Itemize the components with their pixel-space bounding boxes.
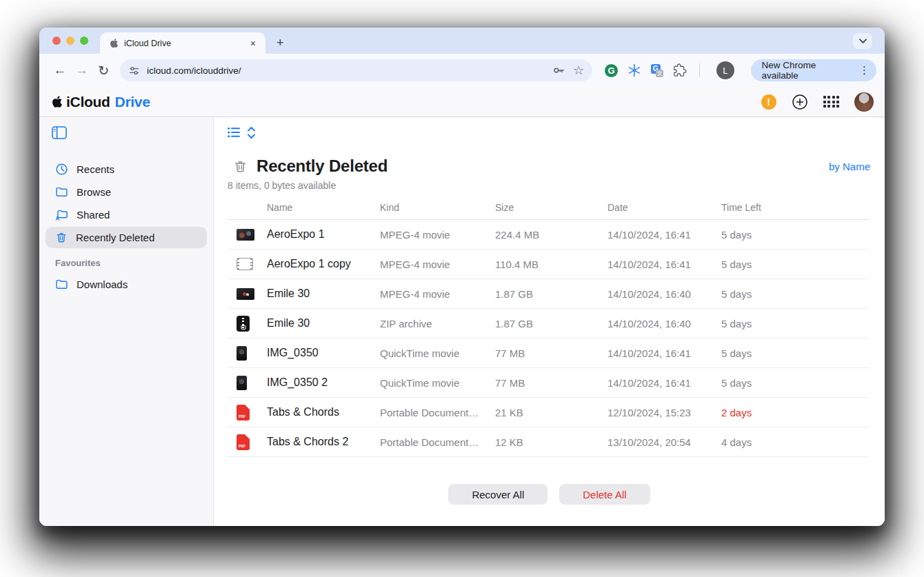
tab-title: iCloud Drive [124, 39, 242, 48]
recover-all-button[interactable]: Recover All [448, 484, 548, 505]
file-kind: ZIP archive [380, 318, 495, 330]
new-tab-button[interactable]: + [272, 36, 288, 50]
sidebar-item-label: Downloads [77, 279, 128, 290]
file-name[interactable]: Emile 30 [267, 287, 380, 300]
table-row[interactable]: Emile 30 ZIP archive 1.87 GB 14/10/2024,… [228, 309, 869, 338]
sidebar: Recents Browse Shared Recently Deleted F… [39, 117, 214, 526]
file-time-left: 5 days [721, 229, 869, 241]
sort-by-name-link[interactable]: by Name [829, 161, 870, 172]
delete-all-button[interactable]: Delete All [559, 484, 650, 505]
bulk-actions: Recover All Delete All [214, 484, 885, 505]
file-type-icon [237, 316, 250, 332]
file-date: 14/10/2024, 16:41 [607, 377, 721, 389]
file-type-icon [237, 434, 250, 450]
file-time-left: 5 days [721, 347, 869, 359]
file-name[interactable]: IMG_0350 2 [267, 376, 380, 389]
file-size: 77 MB [495, 347, 607, 359]
alert-badge[interactable]: ! [761, 94, 776, 110]
trash-icon [55, 231, 68, 244]
title-row: Recently Deleted by Name [233, 156, 870, 176]
column-header-name[interactable]: Name [267, 202, 380, 213]
table-row[interactable]: IMG_0350 QuickTime movie 77 MB 14/10/202… [228, 338, 869, 368]
file-type-icon [237, 288, 254, 300]
table-row[interactable]: Tabs & Chords Portable Document… 21 KB 1… [228, 398, 869, 427]
file-time-left: 5 days [721, 377, 869, 389]
file-size: 110.4 MB [495, 259, 607, 270]
main-content: Recently Deleted by Name 8 items, 0 byte… [214, 117, 885, 526]
site-settings-icon[interactable] [128, 65, 140, 77]
file-kind: MPEG-4 movie [380, 259, 495, 270]
app-body: Recents Browse Shared Recently Deleted F… [39, 117, 885, 526]
file-size: 224.4 MB [495, 229, 607, 241]
table-row[interactable]: Emile 30 MPEG-4 movie 1.87 GB 14/10/2024… [228, 279, 869, 309]
zoom-window-button[interactable] [80, 37, 88, 45]
column-header-kind[interactable]: Kind [380, 202, 495, 213]
table-row[interactable]: AeroExpo 1 MPEG-4 movie 224.4 MB 14/10/2… [228, 220, 869, 250]
file-kind: MPEG-4 movie [380, 229, 495, 241]
file-name[interactable]: AeroExpo 1 [267, 228, 380, 241]
browser-toolbar: ← → ↻ icloud.com/iclouddrive/ ☆ G G 文 L … [39, 54, 885, 87]
create-new-icon[interactable] [792, 94, 808, 110]
sidebar-item-label: Browse [77, 186, 111, 198]
grammarly-extension-icon[interactable]: G [605, 64, 618, 77]
sidebar-item-recently-deleted[interactable]: Recently Deleted [46, 227, 207, 248]
table-row[interactable]: AeroExpo 1 copy MPEG-4 movie 110.4 MB 14… [228, 250, 869, 279]
file-kind: Portable Document… [380, 407, 495, 418]
items-summary: 8 items, 0 bytes available [228, 180, 885, 191]
list-view-icon[interactable] [228, 127, 241, 138]
url-text[interactable]: icloud.com/iclouddrive/ [147, 65, 544, 76]
extensions-puzzle-icon[interactable] [673, 63, 687, 77]
back-button[interactable]: ← [49, 63, 71, 78]
file-size: 1.87 GB [495, 318, 607, 330]
icloud-drive-logo[interactable]: iCloud Drive [52, 94, 150, 110]
sidebar-item-shared[interactable]: Shared [46, 204, 207, 225]
file-size: 12 KB [495, 436, 607, 448]
sidebar-item-downloads[interactable]: Downloads [46, 274, 207, 295]
password-key-icon[interactable] [551, 63, 566, 78]
file-name[interactable]: Emile 30 [267, 317, 380, 330]
table-row[interactable]: Tabs & Chords 2 Portable Document… 12 KB… [228, 427, 869, 457]
translate-extension-icon[interactable]: G 文 [651, 64, 664, 77]
app-launcher-icon[interactable] [823, 96, 840, 108]
file-date: 12/10/2024, 15:23 [607, 407, 721, 418]
minimize-window-button[interactable] [66, 37, 74, 45]
address-bar[interactable]: icloud.com/iclouddrive/ ☆ [120, 59, 592, 81]
file-name[interactable]: Tabs & Chords [267, 406, 380, 418]
clock-icon [55, 163, 68, 176]
forward-button[interactable]: → [71, 63, 93, 78]
chrome-profile-avatar[interactable]: L [716, 61, 734, 79]
chrome-menu-icon[interactable]: ⋮ [859, 64, 870, 77]
column-header-time-left[interactable]: Time Left [721, 202, 869, 213]
traffic-lights [52, 37, 88, 45]
bookmark-star-icon[interactable]: ☆ [573, 64, 584, 77]
favourites-section-header: Favourites [55, 258, 207, 268]
table-row[interactable]: IMG_0350 2 QuickTime movie 77 MB 14/10/2… [228, 368, 869, 398]
file-kind: MPEG-4 movie [380, 288, 495, 300]
tab-close-icon[interactable]: × [248, 38, 259, 49]
table-header: Name Kind Size Date Time Left [228, 202, 869, 220]
browser-tab[interactable]: iCloud Drive × [100, 32, 265, 54]
reload-button[interactable]: ↻ [92, 63, 114, 79]
account-avatar[interactable] [854, 92, 874, 112]
file-size: 1.87 GB [495, 288, 607, 300]
sort-order-icon[interactable] [247, 127, 256, 139]
column-header-date[interactable]: Date [607, 202, 721, 213]
file-table: Name Kind Size Date Time Left AeroExpo 1… [228, 202, 869, 457]
file-date: 14/10/2024, 16:40 [607, 288, 721, 300]
column-header-size[interactable]: Size [495, 202, 607, 213]
close-window-button[interactable] [52, 37, 61, 45]
update-chrome-button[interactable]: New Chrome available ⋮ [751, 59, 876, 81]
trash-title-icon [233, 159, 248, 174]
file-name[interactable]: AeroExpo 1 copy [267, 258, 380, 270]
tab-search-button[interactable] [853, 33, 872, 49]
sidebar-toggle-button[interactable] [52, 126, 67, 139]
file-time-left: 5 days [721, 318, 869, 330]
sidebar-item-recents[interactable]: Recents [46, 159, 207, 180]
file-kind: QuickTime movie [380, 347, 495, 359]
icloud-header-actions: ! [761, 92, 874, 112]
snowflake-extension-icon[interactable] [627, 63, 641, 77]
file-name[interactable]: Tabs & Chords 2 [267, 436, 380, 448]
file-date: 14/10/2024, 16:40 [607, 318, 721, 330]
sidebar-item-browse[interactable]: Browse [46, 181, 207, 203]
file-name[interactable]: IMG_0350 [267, 347, 380, 359]
